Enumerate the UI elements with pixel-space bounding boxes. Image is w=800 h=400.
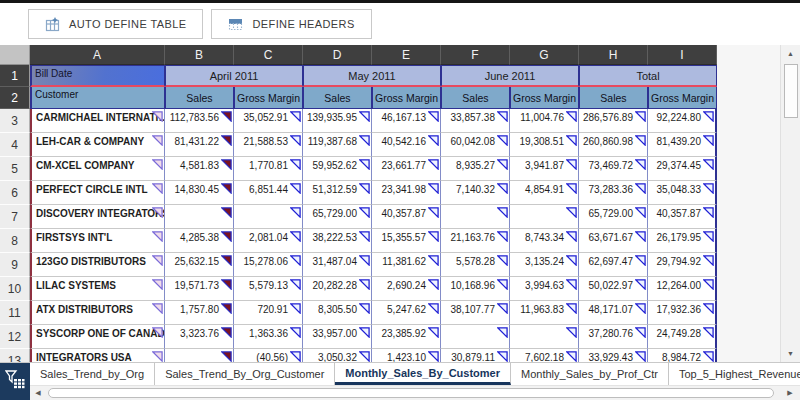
sub-header-cell[interactable]: Gross Margin [372, 87, 441, 109]
row-number[interactable]: 12 [0, 325, 30, 349]
value-cell[interactable]: 11,381.62 [372, 253, 441, 277]
value-cell[interactable]: 46,167.13 [372, 109, 441, 133]
customer-cell[interactable]: PERFECT CIRCLE INTL [30, 181, 165, 205]
value-cell[interactable]: 81,439.20 [648, 133, 717, 157]
value-cell[interactable]: 10,168.96 [441, 277, 510, 301]
sheet-tab-monthly_sales_by_customer[interactable]: Monthly_Sales_By_Customer [335, 363, 511, 385]
value-cell[interactable] [441, 205, 510, 229]
value-cell[interactable]: 21,163.76 [441, 229, 510, 253]
value-cell[interactable]: 37,280.76 [579, 325, 648, 349]
value-cell[interactable]: 21,588.53 [234, 133, 303, 157]
vertical-scrollbar[interactable]: ▲ ▼ [780, 45, 800, 362]
horizontal-scrollbar[interactable]: ◀ ▶ [30, 385, 800, 400]
value-cell[interactable]: 3,135.24 [510, 253, 579, 277]
value-cell[interactable] [510, 205, 579, 229]
value-cell[interactable]: 260,860.98 [579, 133, 648, 157]
customer-header-cell[interactable]: Customer [30, 87, 165, 109]
value-cell[interactable]: 65,729.00 [579, 205, 648, 229]
sheet-tab-monthly_sales_by_prof_ctr[interactable]: Monthly_Sales_by_Prof_Ctr [511, 363, 669, 385]
value-cell[interactable]: 31,487.04 [303, 253, 372, 277]
value-cell[interactable]: 8,743.34 [510, 229, 579, 253]
scroll-left-icon[interactable]: ◀ [30, 386, 46, 400]
value-cell[interactable]: 59,952.62 [303, 157, 372, 181]
customer-cell[interactable]: LILAC SYSTEMS [30, 277, 165, 301]
row-number[interactable]: 13 [0, 349, 30, 362]
value-cell[interactable]: 51,312.59 [303, 181, 372, 205]
value-cell[interactable]: 11,963.83 [510, 301, 579, 325]
value-cell[interactable] [441, 325, 510, 349]
value-cell[interactable]: 4,581.83 [165, 157, 234, 181]
value-cell[interactable]: 73,283.36 [579, 181, 648, 205]
value-cell[interactable]: 30,879.11 [441, 349, 510, 362]
value-cell[interactable]: 48,171.07 [579, 301, 648, 325]
value-cell[interactable]: 19,571.73 [165, 277, 234, 301]
value-cell[interactable]: 15,278.06 [234, 253, 303, 277]
value-cell[interactable]: 35,048.33 [648, 181, 717, 205]
value-cell[interactable]: 2,690.24 [372, 277, 441, 301]
sheet-tab-sales_trend_by_org_customer[interactable]: Sales_Trend_By_Org_Customer [155, 363, 335, 385]
value-cell[interactable]: 1,770.81 [234, 157, 303, 181]
value-cell[interactable]: 119,387.68 [303, 133, 372, 157]
value-cell[interactable]: 92,224.80 [648, 109, 717, 133]
value-cell[interactable]: 5,578.28 [441, 253, 510, 277]
value-cell[interactable]: 23,385.92 [372, 325, 441, 349]
value-cell[interactable]: 7,140.32 [441, 181, 510, 205]
value-cell[interactable]: 5,247.62 [372, 301, 441, 325]
column-header-e[interactable]: E [372, 45, 441, 65]
customer-cell[interactable]: 123GO DISTRIBUTORS [30, 253, 165, 277]
row-number[interactable]: 2 [0, 87, 30, 109]
sheet-tab-sales_trend_by_org[interactable]: Sales_Trend_by_Org [30, 363, 155, 385]
value-cell[interactable]: 1,423.10 [372, 349, 441, 362]
sub-header-cell[interactable]: Sales [165, 87, 234, 109]
value-cell[interactable]: 29,794.92 [648, 253, 717, 277]
column-header-d[interactable]: D [303, 45, 372, 65]
value-cell[interactable]: 15,355.57 [372, 229, 441, 253]
value-cell[interactable]: (40.56) [234, 349, 303, 362]
value-cell[interactable] [510, 325, 579, 349]
customer-cell[interactable]: DISCOVERY INTEGRATORS [30, 205, 165, 229]
value-cell[interactable]: 11,004.76 [510, 109, 579, 133]
customer-cell[interactable]: SYSCORP ONE OF CANADA [30, 325, 165, 349]
value-cell[interactable]: 3,994.63 [510, 277, 579, 301]
bill-date-cell[interactable]: Bill Date [30, 65, 165, 87]
value-cell[interactable]: 38,222.53 [303, 229, 372, 253]
value-cell[interactable]: 8,305.50 [303, 301, 372, 325]
value-cell[interactable] [165, 205, 234, 229]
sub-header-cell[interactable]: Gross Margin [648, 87, 717, 109]
value-cell[interactable]: 81,431.22 [165, 133, 234, 157]
value-cell[interactable]: 40,357.87 [372, 205, 441, 229]
value-cell[interactable]: 12,264.00 [648, 277, 717, 301]
value-cell[interactable]: 29,374.45 [648, 157, 717, 181]
column-header-f[interactable]: F [441, 45, 510, 65]
value-cell[interactable]: 38,107.77 [441, 301, 510, 325]
month-group-cell[interactable]: May 2011 [303, 65, 441, 87]
value-cell[interactable] [234, 205, 303, 229]
customer-cell[interactable]: CARMICHAEL INTERNATI… [30, 109, 165, 133]
scroll-up-icon[interactable]: ▲ [781, 45, 800, 62]
value-cell[interactable]: 19,308.51 [510, 133, 579, 157]
vertical-scroll-thumb[interactable] [784, 64, 798, 118]
value-cell[interactable]: 1,363.36 [234, 325, 303, 349]
value-cell[interactable] [165, 349, 234, 362]
value-cell[interactable]: 35,052.91 [234, 109, 303, 133]
sheet-tab-top_5_highest_revenue_items[interactable]: Top_5_Highest_Revenue_Items [669, 363, 800, 385]
value-cell[interactable]: 7,602.18 [510, 349, 579, 362]
value-cell[interactable]: 23,341.98 [372, 181, 441, 205]
row-number[interactable]: 3 [0, 109, 30, 133]
value-cell[interactable]: 60,042.08 [441, 133, 510, 157]
value-cell[interactable]: 5,579.13 [234, 277, 303, 301]
value-cell[interactable]: 23,661.77 [372, 157, 441, 181]
select-all-corner[interactable] [0, 45, 30, 65]
row-number[interactable]: 5 [0, 157, 30, 181]
value-cell[interactable]: 8,935.27 [441, 157, 510, 181]
value-cell[interactable]: 62,697.47 [579, 253, 648, 277]
value-cell[interactable]: 25,632.15 [165, 253, 234, 277]
value-cell[interactable]: 26,179.95 [648, 229, 717, 253]
value-cell[interactable]: 65,729.00 [303, 205, 372, 229]
value-cell[interactable]: 1,757.80 [165, 301, 234, 325]
value-cell[interactable]: 3,050.32 [303, 349, 372, 362]
value-cell[interactable]: 139,935.95 [303, 109, 372, 133]
row-number[interactable]: 8 [0, 229, 30, 253]
value-cell[interactable]: 40,542.16 [372, 133, 441, 157]
value-cell[interactable]: 286,576.89 [579, 109, 648, 133]
